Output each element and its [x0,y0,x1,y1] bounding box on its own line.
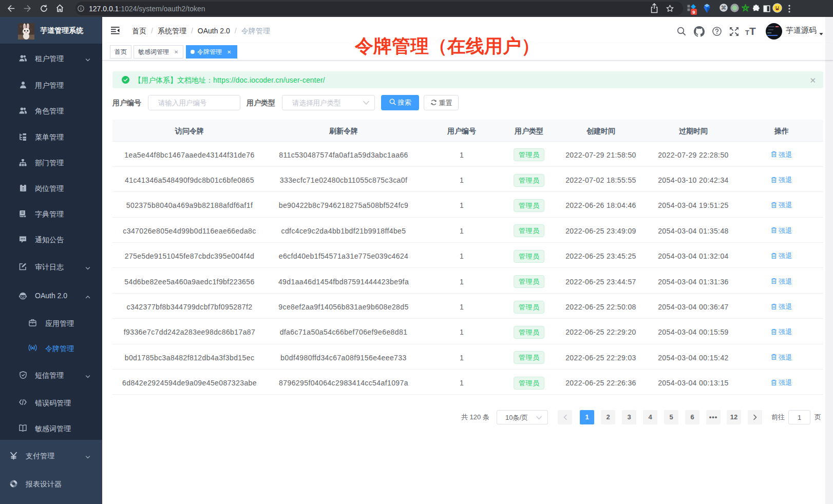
svg-text:a: a [31,345,34,350]
svg-text:⌘: ⌘ [721,5,727,11]
svg-text:9: 9 [692,9,695,15]
